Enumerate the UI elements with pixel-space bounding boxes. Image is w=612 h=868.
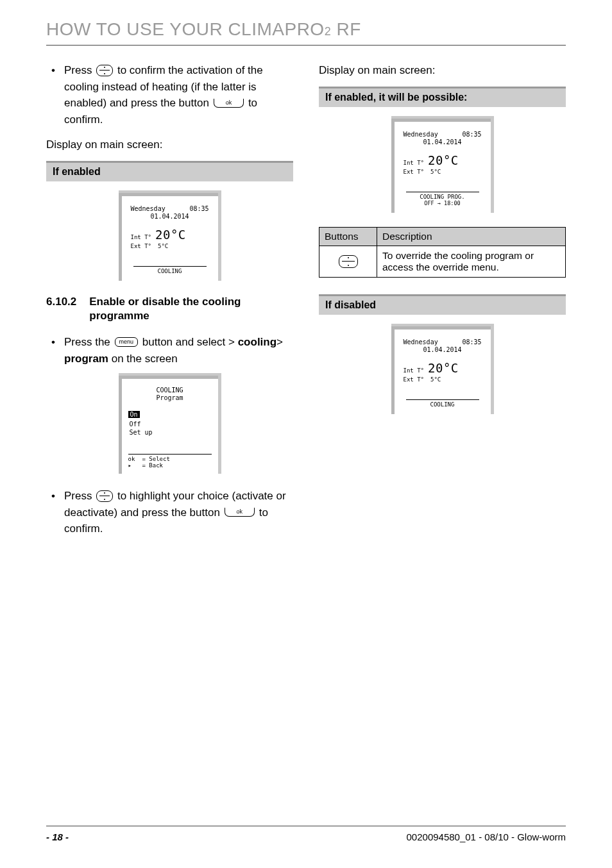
doc-reference: 0020094580_01 - 08/10 - Glow-worm <box>407 831 566 842</box>
title-part2: RF <box>331 19 361 39</box>
lcd-foot-val: = Back <box>142 462 164 469</box>
lcd-ext-value: 5°C <box>158 243 168 249</box>
lcd-foot-val: = Select <box>142 456 170 462</box>
title-sub: 2 <box>325 25 332 38</box>
page-number: - 18 - <box>46 831 69 842</box>
text: Press <box>64 490 95 502</box>
lcd-option-off: Off <box>128 421 212 428</box>
text: Press <box>64 64 95 76</box>
page-footer: - 18 - 0020094580_01 - 08/10 - Glow-worm <box>46 826 566 842</box>
text: Press the <box>64 336 114 348</box>
menu-button-icon: menu <box>115 337 139 347</box>
text-bold: program <box>64 353 108 365</box>
lcd-menu-title2: Program <box>156 394 183 401</box>
lcd-status2: OFF → 18:00 <box>404 200 482 206</box>
nav-button-icon <box>96 65 113 76</box>
text-bold: cooling <box>238 336 276 348</box>
display-label: Display on main screen: <box>319 62 566 79</box>
ok-button-icon: ok <box>225 508 255 517</box>
lcd-day: Wednesday <box>404 338 438 346</box>
lcd-screen-enabled-possible: Wednesday 08:35 01.04.2014 Int T° 20°C E… <box>391 116 494 213</box>
lcd-int-label: Int T° <box>404 160 425 166</box>
text: button and select > <box>142 336 238 348</box>
lcd-int-label: Int T° <box>404 367 425 374</box>
table-header-description: Description <box>377 227 566 246</box>
lcd-date: 01.04.2014 <box>404 138 482 146</box>
buttons-table: Buttons Description To override the cool… <box>319 227 566 278</box>
lcd-ext-label: Ext T° <box>404 376 425 383</box>
lcd-screen-menu: COOLING Program On Off Set up ok= Select… <box>119 373 221 474</box>
lcd-menu-title1: COOLING <box>156 387 183 394</box>
table-header-buttons: Buttons <box>319 227 377 246</box>
section-title: Enable or disable the cooling programme <box>89 295 293 324</box>
lcd-screen-enabled: Wednesday 08:35 01.04.2014 Int T° 20°C E… <box>119 190 221 281</box>
nav-button-icon <box>339 255 358 268</box>
section-number: 6.10.2 <box>46 295 76 324</box>
lcd-foot-key: ▸ <box>128 462 139 469</box>
section-heading: 6.10.2 Enable or disable the cooling pro… <box>46 295 293 324</box>
lcd-date: 01.04.2014 <box>131 213 209 220</box>
lcd-ext-value: 5°C <box>430 376 441 383</box>
text: on the screen <box>112 353 178 365</box>
bullet-confirm-activation: Press to confirm the activation of the c… <box>46 62 293 128</box>
band-if-disabled: If disabled <box>319 294 566 315</box>
bullet-highlight-choice: Press to highlight your choice (activate… <box>46 488 293 537</box>
lcd-ext-label: Ext T° <box>404 169 425 175</box>
ok-button-icon: ok <box>214 99 244 108</box>
band-if-enabled: If enabled <box>46 161 293 181</box>
lcd-int-value: 20°C <box>155 228 186 242</box>
table-row: To override the cooling program or acces… <box>319 246 566 277</box>
lcd-time: 08:35 <box>462 338 481 346</box>
lcd-status: COOLING PROG. <box>404 194 482 200</box>
lcd-foot-key: ok <box>128 456 139 462</box>
text: > <box>276 336 283 348</box>
lcd-ext-value: 5°C <box>430 169 441 175</box>
lcd-day: Wednesday <box>404 131 438 138</box>
lcd-status: COOLING <box>131 268 209 274</box>
lcd-date: 01.04.2014 <box>404 346 482 353</box>
band-if-enabled-possible: If enabled, it will be possible: <box>319 87 566 107</box>
lcd-int-label: Int T° <box>131 234 152 240</box>
bullet-press-menu: Press the menu button and select > cooli… <box>46 334 293 367</box>
lcd-int-value: 20°C <box>428 153 459 167</box>
display-label: Display on main screen: <box>46 137 293 153</box>
lcd-ext-label: Ext T° <box>131 243 152 249</box>
title-part1: HOW TO USE YOUR CLIMAPRO <box>46 19 325 39</box>
page-title: HOW TO USE YOUR CLIMAPRO2 RF <box>46 19 566 46</box>
lcd-day: Wednesday <box>131 205 166 212</box>
nav-button-icon <box>96 490 113 502</box>
lcd-time: 08:35 <box>462 131 481 138</box>
table-description: To override the cooling program or acces… <box>377 246 566 277</box>
lcd-option-on: On <box>128 411 140 418</box>
lcd-int-value: 20°C <box>428 361 459 375</box>
lcd-time: 08:35 <box>189 205 208 212</box>
lcd-option-setup: Set up <box>128 429 212 436</box>
lcd-status: COOLING <box>404 401 482 408</box>
lcd-screen-disabled: Wednesday 08:35 01.04.2014 Int T° 20°C E… <box>391 324 494 414</box>
